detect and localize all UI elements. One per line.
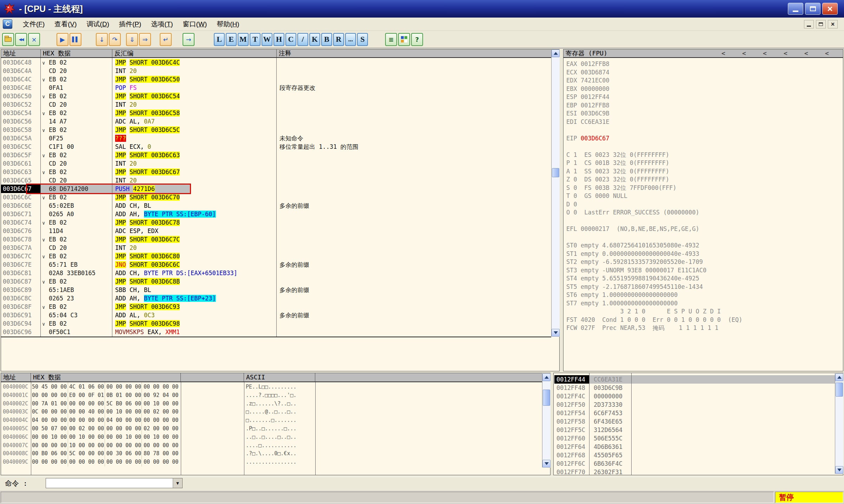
dump-scrollbar-thumb[interactable] [543,390,550,406]
view-patches-button[interactable]: / [297,33,308,46]
stack-row[interactable]: 0012FF7026302F31 [554,468,835,476]
menu-item-w[interactable]: 窗口(W) [178,18,212,31]
view-call-stack-button[interactable]: K [309,33,320,46]
stack-row[interactable]: 0012FF502D373330 [554,400,835,409]
dump-row[interactable]: 0040006C00 00 10 0000 10 00 0000 00 10 0… [1,433,542,442]
stack-row[interactable]: 0012FF644D6B6361 [554,443,835,451]
instruction-disasm: JMP SHORT 003D6C98 [115,319,180,328]
view-memory-button[interactable]: M [238,33,249,46]
collapse-chevron-icon[interactable]: < [763,49,767,57]
pause-button[interactable]: ▌▌ [70,33,81,46]
view-executables-button[interactable]: E [226,33,237,46]
maximize-button[interactable] [805,3,820,15]
dump-row[interactable]: 0040007C00 00 00 0010 00 00 0000 00 00 0… [1,442,542,450]
view-source-button[interactable]: S [357,33,368,46]
execute-till-return-button[interactable]: ↵ [160,33,172,46]
mdi-minimize-button[interactable] [804,20,814,28]
windows-list-button[interactable]: ≡ [385,33,397,46]
dump-scrollbar-down-button[interactable] [542,460,550,467]
stack-scrollbar-up-button[interactable] [835,373,843,381]
menu-item-v[interactable]: 查看(V) [50,18,81,31]
view-windows-button[interactable]: W [262,33,272,46]
column-header-comment[interactable]: 注释 [277,49,551,57]
collapse-chevron-icon[interactable]: < [784,49,787,57]
menu-item-t[interactable]: 选项(T) [146,18,178,31]
restart-button[interactable]: ◀◀ [15,33,27,46]
dump-scrollbar[interactable] [542,373,550,467]
dump-row[interactable]: 0040001C00 00 00 00E0 00 0F 010B 01 00 0… [1,391,542,400]
mdi-restore-button[interactable] [816,20,826,28]
dump-row[interactable]: 0040002C00 7A 01 0000 00 00 005C B0 06 0… [1,400,542,408]
command-dropdown-button[interactable]: ▼ [173,478,182,488]
instruction-address: 003D6C56 [3,117,32,126]
dump-column-header-address[interactable]: 地址 [1,373,31,382]
column-header-address[interactable]: 地址 [1,49,41,57]
open-file-button[interactable] [2,33,14,46]
dump-scrollbar-up-button[interactable] [542,373,550,381]
stack-row[interactable]: 0012FF4C00000000 [554,392,835,400]
stack-row[interactable]: 0012FF44CC6EA31E [554,375,835,384]
dump-bytes: 00 10 00 00 [106,408,141,416]
dump-column-header-ascii[interactable]: ASCII [244,373,315,382]
register-line [566,233,743,242]
dump-row[interactable]: 0040005C00 50 07 0000 02 00 0000 00 00 0… [1,425,542,433]
disassembly-scrollbar-up-button[interactable] [552,49,560,57]
collapse-chevron-icon[interactable]: < [804,49,808,57]
cpu-window-icon[interactable]: C [3,19,12,29]
restart-icon: ◀◀ [19,37,24,42]
dump-row[interactable]: 0040008C00 B0 06 005C 00 00 0000 30 06 0… [1,450,542,458]
view-threads-button[interactable]: T [250,33,261,46]
step-into-button[interactable]: ↓ [96,33,108,46]
dump-row[interactable]: 0040004C04 00 00 0000 00 00 0004 00 00 0… [1,416,542,425]
column-header-disasm[interactable]: 反汇编 [112,49,277,57]
stack-row[interactable]: 0012FF586F436E65 [554,417,835,426]
menu-item-h[interactable]: 帮助(H) [212,18,244,31]
mdi-close-button[interactable]: × [828,20,838,28]
menu-item-f[interactable]: 文件(F) [18,18,50,31]
stack-scrollbar-thumb[interactable] [836,383,843,397]
collapse-chevron-icon[interactable]: < [721,49,725,57]
goto-button[interactable]: → [183,33,194,46]
view-cpu-button[interactable]: C [285,33,296,46]
view-handles-button[interactable]: H [273,33,284,46]
view-log-button[interactable]: L [214,33,225,46]
dump-row[interactable]: 0040000C50 45 00 004C 01 06 0000 00 00 0… [1,383,542,391]
dump-column-header-hex[interactable]: HEX 数据 [31,373,181,382]
register-line: EBX 00000000 [566,85,743,93]
help-button[interactable]: ? [411,33,423,46]
animate-over-button[interactable]: ⇒ [139,33,151,46]
instruction-bytes: 14 A7 [42,117,67,126]
view-references-button[interactable]: R [333,33,344,46]
animate-into-button[interactable]: ⇓ [126,33,138,46]
appearance-button[interactable] [398,33,410,46]
disassembly-scrollbar-down-button[interactable] [552,329,560,337]
instruction-address: 003D6C5C [3,142,32,151]
dump-row[interactable]: 0040003C0C 00 00 0000 00 40 0000 10 00 0… [1,408,542,416]
run-button[interactable]: ▶ [57,33,68,46]
stack-scrollbar-down-button[interactable] [835,466,843,474]
stack-row[interactable]: 0012FF546C6F7453 [554,409,835,417]
stack-row[interactable]: 0012FF6845505F65 [554,451,835,459]
column-header-hex[interactable]: HEX 数据 [41,49,112,57]
stack-row[interactable]: 0012FF48003D6C9B [554,384,835,392]
divider [1,337,551,337]
dump-row[interactable]: 0040009C00 00 00 0000 00 00 0000 00 00 0… [1,458,542,466]
collapse-chevron-icon[interactable]: < [742,49,746,57]
minimize-button[interactable] [788,3,803,15]
stack-row[interactable]: 0012FF6C6B636F4C [554,459,835,468]
stack-row[interactable]: 0012FF60506E555C [554,434,835,443]
disassembly-scrollbar[interactable] [551,49,560,337]
view-breakpoints-button[interactable]: B [321,33,332,46]
stack-scrollbar[interactable] [835,373,843,474]
menu-item-d[interactable]: 调试(D) [82,18,114,31]
collapse-chevron-icon[interactable]: < [825,49,829,57]
instruction-address: 003D6C7C [3,252,32,260]
step-over-button[interactable]: ↷ [109,33,121,46]
close-program-button[interactable]: × [28,33,40,46]
stack-row[interactable]: 0012FF5C312D6564 [554,426,835,434]
view-run-trace-button[interactable]: ... [345,33,356,46]
command-input[interactable] [46,478,173,488]
disassembly-scrollbar-thumb[interactable] [552,168,559,177]
menu-item-p[interactable]: 插件(P) [114,18,146,31]
close-button[interactable]: × [822,3,838,15]
